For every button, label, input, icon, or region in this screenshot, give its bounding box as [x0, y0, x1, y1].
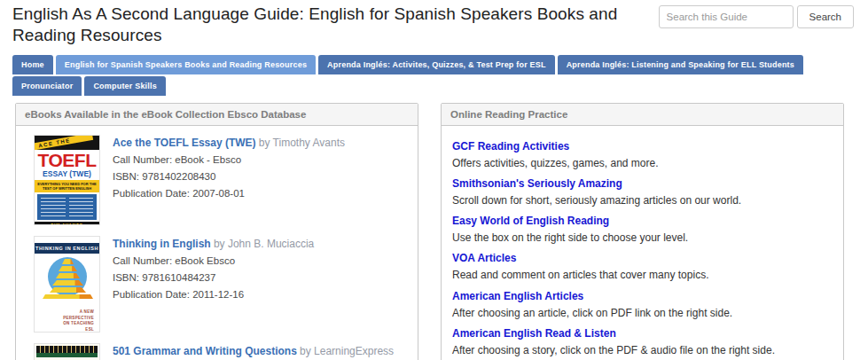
content-columns: eBooks Available in the eBook Collection…	[0, 98, 868, 360]
page-title: English As A Second Language Guide: Engl…	[12, 4, 644, 46]
tab-row-1: Home English for Spanish Speakers Books …	[12, 55, 856, 74]
book-info: Ace the TOEFL Essay (TWE) by Timothy Ava…	[113, 133, 345, 225]
ebooks-box-header: eBooks Available in the eBook Collection…	[16, 104, 418, 126]
book-cover-thumbnail[interactable]: ACE THE TOEFL ESSAY (TWE) EVERYTHING YOU…	[34, 135, 100, 225]
cover-text-lines	[41, 198, 66, 216]
list-item: American English Read & Listen After cho…	[452, 325, 833, 357]
cover-tagline-text: EVERYTHING YOU NEED FOR THE TEST OF WRIT…	[35, 180, 99, 192]
cover-title-text: THINKING IN ENGLISH	[35, 243, 99, 254]
resource-description: Use the box on the right side to choose …	[452, 231, 833, 245]
ebooks-box: eBooks Available in the eBook Collection…	[15, 103, 418, 360]
ebooks-box-body: ACE THE TOEFL ESSAY (TWE) EVERYTHING YOU…	[16, 126, 418, 360]
book-title-link[interactable]: 501 Grammar and Writing Questions	[113, 345, 297, 357]
book-info: Thinking in English by John B. Muciaccia…	[113, 234, 314, 333]
resource-link[interactable]: American English Read & Listen	[452, 327, 616, 340]
book-item: 501 GRAMMAR 501 Grammar and Writing Ques…	[28, 341, 405, 360]
cover-green-band	[36, 353, 98, 357]
list-item: American English Articles After choosing…	[452, 287, 833, 320]
list-item: Smithsonian's Seriously Amazing Scroll d…	[452, 175, 833, 207]
cover-top-band	[36, 346, 98, 353]
tab-computer-skills[interactable]: Computer Skills	[84, 76, 166, 96]
resource-description: Offers activities, quizzes, games, and m…	[452, 156, 833, 170]
book-info: 501 Grammar and Writing Questions by Lea…	[113, 341, 405, 360]
book-publication-date: Publication Date: 2011-12-16	[113, 286, 314, 303]
book-item: THINKING IN ENGLISH	[28, 234, 405, 333]
book-cover-thumbnail[interactable]: THINKING IN ENGLISH	[34, 236, 100, 333]
cover-title-text: TOEFL	[35, 151, 99, 169]
resource-description: After choosing a story, click on the PDF…	[452, 343, 833, 357]
guide-search: Search	[659, 5, 854, 28]
reading-practice-box-body: GCF Reading Activities Offers activities…	[442, 126, 843, 360]
cover-subtitle-text: ESSAY (TWE)	[35, 169, 99, 178]
search-input[interactable]	[659, 5, 794, 28]
book-author: by Timothy Avants	[259, 137, 345, 149]
list-item: GCF Reading Activities Offers activities…	[452, 137, 833, 170]
reading-practice-box-header: Online Reading Practice	[442, 104, 843, 126]
cover-text-lines	[69, 198, 94, 216]
pyramid-illustration	[35, 254, 100, 305]
list-item: VOA Articles Read and comment on article…	[452, 249, 833, 282]
book-author: by John B. Muciaccia	[214, 238, 314, 250]
resource-link[interactable]: Easy World of English Reading	[452, 215, 609, 227]
reading-practice-box: Online Reading Practice GCF Reading Acti…	[441, 103, 844, 360]
book-call-number: Call Number: eBook Ebsco	[113, 253, 314, 270]
book-call-number: Call Number: eBook - Ebsco	[113, 152, 345, 168]
book-publication-date: Publication Date: 2007-08-01	[113, 185, 345, 202]
tab-english-for-spanish-speakers[interactable]: English for Spanish Speakers Books and R…	[56, 55, 316, 74]
book-item: ACE THE TOEFL ESSAY (TWE) EVERYTHING YOU…	[28, 133, 405, 225]
tab-aprenda-ingles-listening[interactable]: Aprenda Inglés: Listening and Speaking f…	[558, 55, 803, 74]
resource-description: After choosing an article, click on PDF …	[452, 306, 833, 320]
tab-home[interactable]: Home	[12, 55, 53, 74]
guide-page: English As A Second Language Guide: Engl…	[0, 0, 868, 360]
resource-link[interactable]: American English Articles	[452, 290, 583, 302]
cover-bullet-panel	[37, 194, 97, 220]
resource-link[interactable]: VOA Articles	[452, 252, 516, 264]
book-isbn: ISBN: 9781402208430	[113, 168, 345, 185]
tab-row-2: Pronunciator Computer Skills	[12, 76, 856, 96]
cover-top-band: ACE THE	[35, 136, 99, 150]
resource-description: Read and comment on articles that cover …	[452, 268, 833, 282]
book-title-link[interactable]: Ace the TOEFL Essay (TWE)	[113, 137, 256, 149]
tab-pronunciator[interactable]: Pronunciator	[12, 76, 82, 96]
guide-tab-nav: Home English for Spanish Speakers Books …	[0, 55, 868, 96]
cover-ribbon-text: ACE THE	[35, 136, 93, 150]
cover-tagline-text: A NEW PERSPECTIVE ON TEACHING ESL	[35, 309, 99, 333]
resource-link[interactable]: Smithsonian's Seriously Amazing	[452, 177, 622, 190]
book-cover-thumbnail[interactable]: 501 GRAMMAR	[34, 343, 100, 360]
cover-author-text: TIM AVANTS	[35, 222, 99, 224]
list-item: Easy World of English Reading Use the bo…	[452, 212, 833, 245]
resource-description: Scroll down for short, seriously amazing…	[452, 193, 833, 207]
resource-link[interactable]: GCF Reading Activities	[452, 140, 569, 153]
page-header: English As A Second Language Guide: Engl…	[0, 0, 868, 46]
book-title-link[interactable]: Thinking in English	[113, 238, 211, 250]
book-isbn: ISBN: 9781610484237	[113, 270, 314, 286]
search-button[interactable]: Search	[797, 5, 854, 28]
tab-aprenda-ingles-activities[interactable]: Aprenda Inglés: Activites, Quizzes, & Te…	[318, 55, 555, 74]
